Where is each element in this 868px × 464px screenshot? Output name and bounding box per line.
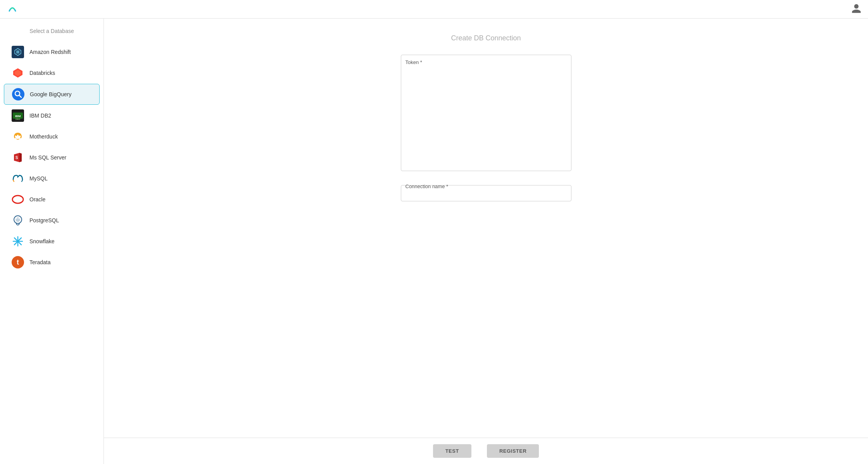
svg-text:DB2: DB2: [16, 118, 21, 120]
register-button[interactable]: REGISTER: [487, 444, 539, 458]
sidebar-item-amazon-redshift[interactable]: Amazon Redshift: [4, 42, 100, 62]
form-title: Create DB Connection: [119, 34, 852, 42]
teradata-icon: t: [12, 256, 24, 268]
svg-rect-2: [16, 50, 19, 54]
svg-point-24: [17, 240, 19, 242]
sidebar-item-postgresql[interactable]: PostgreSQL: [4, 210, 100, 230]
sidebar-item-teradata[interactable]: t Teradata: [4, 252, 100, 272]
form-area: Create DB Connection Token * Connection …: [104, 19, 868, 464]
redshift-icon: [12, 46, 24, 58]
sidebar-item-label-databricks: Databricks: [29, 70, 55, 76]
sidebar-item-ibm-db2[interactable]: IBM DB2 IBM DB2: [4, 106, 100, 126]
databricks-icon: [12, 67, 24, 79]
sidebar-item-label-ibm-db2: IBM DB2: [29, 113, 51, 119]
svg-point-19: [19, 218, 20, 219]
svg-text:S: S: [16, 156, 18, 160]
top-bar: [0, 0, 868, 19]
sidebar-item-label-oracle: Oracle: [29, 196, 45, 203]
sidebar-item-ms-sql-server[interactable]: S Ms SQL Server: [4, 147, 100, 168]
ibmdb2-icon: IBM DB2: [12, 109, 24, 122]
sidebar-item-label-mysql: MySQL: [29, 175, 48, 182]
sidebar-item-label-amazon-redshift: Amazon Redshift: [29, 49, 71, 55]
sidebar-item-mysql[interactable]: MySQL: [4, 168, 100, 189]
sidebar-item-oracle[interactable]: Oracle: [4, 189, 100, 209]
svg-text:t: t: [17, 258, 19, 266]
test-button[interactable]: TEST: [433, 444, 471, 458]
connection-name-input[interactable]: [401, 185, 571, 201]
sidebar-item-snowflake[interactable]: Snowflake: [4, 231, 100, 251]
sidebar: Select a Database Amazon Redshift Databr…: [0, 19, 104, 464]
svg-point-12: [16, 136, 17, 137]
sidebar-title: Select a Database: [0, 28, 104, 34]
sidebar-item-label-motherduck: Motherduck: [29, 133, 58, 140]
sidebar-item-databricks[interactable]: Databricks: [4, 63, 100, 83]
form-fields: Token * Connection name *: [401, 55, 571, 201]
user-avatar-icon[interactable]: [851, 3, 862, 16]
token-textarea[interactable]: [401, 55, 571, 171]
logo: [6, 2, 19, 16]
sidebar-item-label-ms-sql-server: Ms SQL Server: [29, 154, 66, 161]
svg-point-17: [16, 217, 20, 222]
token-field-wrapper: Token *: [401, 55, 571, 173]
oracle-icon: [12, 193, 24, 206]
sidebar-item-label-google-bigquery: Google BigQuery: [30, 91, 71, 97]
mssql-icon: S: [12, 151, 24, 164]
sidebar-item-label-teradata: Teradata: [29, 259, 50, 265]
snowflake-icon: [12, 235, 24, 248]
main-content: Select a Database Amazon Redshift Databr…: [0, 19, 868, 464]
svg-text:IBM: IBM: [15, 114, 21, 118]
bigquery-icon: [12, 88, 24, 100]
svg-point-13: [19, 136, 20, 137]
svg-point-15: [12, 196, 23, 203]
connection-name-field-wrapper: Connection name *: [401, 179, 571, 201]
form-footer: TEST REGISTER: [104, 438, 868, 464]
sidebar-item-google-bigquery[interactable]: Google BigQuery: [4, 84, 100, 105]
form-content: Create DB Connection Token * Connection …: [104, 19, 868, 438]
sidebar-item-motherduck[interactable]: Motherduck: [4, 126, 100, 147]
sidebar-item-label-snowflake: Snowflake: [29, 238, 55, 244]
sidebar-item-label-postgresql: PostgreSQL: [29, 217, 59, 223]
svg-point-18: [16, 218, 17, 219]
svg-point-5: [13, 89, 24, 100]
motherduck-icon: [12, 130, 24, 143]
mysql-icon: [12, 172, 24, 185]
postgresql-icon: [12, 214, 24, 227]
